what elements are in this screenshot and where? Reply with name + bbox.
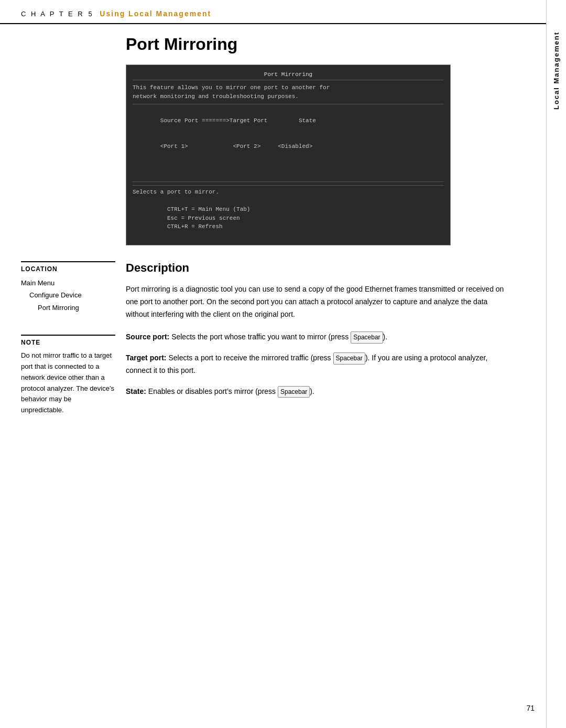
target-port-text-content: Selects a port to receive the mirrored t… (168, 354, 331, 362)
main-content: Port Mirroring Port Mirroring This featu… (0, 24, 546, 437)
note-text: Do not mirror traffic to a target port t… (21, 350, 115, 416)
terminal-hint: Selects a port to mirror. (133, 188, 444, 197)
right-sidebar: Local Management (546, 0, 566, 728)
description-title: Description (126, 261, 504, 275)
definition-state: State: Enables or disables port’s mirror… (126, 386, 504, 398)
source-port-term: Source port: (126, 333, 169, 341)
chapter-number: 5 (88, 10, 93, 18)
description-content: Description Port mirroring is a diagnost… (126, 261, 504, 416)
description-para: Port mirroring is a diagnostic tool you … (126, 283, 504, 320)
terminal-col-headers: Source Port =======>Target Port State (133, 108, 444, 134)
definition-target-port: Target port: Selects a port to receive t… (126, 352, 504, 377)
source-port-key: Spacebar (351, 331, 383, 343)
state-text-content: Enables or disables port’s mirror (press (148, 387, 276, 395)
terminal-desc2: network monitoring and troubleshooting p… (133, 92, 444, 101)
location-item-0: Main Menu (21, 277, 115, 289)
location-items: Main Menu Configure Device Port Mirrorin… (21, 277, 115, 314)
target-port-term: Target port: (126, 354, 167, 362)
state-term: State: (126, 387, 146, 395)
terminal-desc1: This feature allows you to mirror one po… (133, 83, 444, 92)
note-block: NOTE Do not mirror traffic to a target p… (21, 335, 115, 416)
definition-source-port: Source port: Selects the port whose traf… (126, 331, 504, 344)
source-port-suffix: ). (383, 333, 388, 341)
source-port-text-content: Selects the port whose traffic you want … (171, 333, 349, 341)
terminal-title: Port Mirroring (133, 69, 444, 80)
terminal-box: Port Mirroring This feature allows you t… (126, 65, 451, 245)
left-sidebar-content: LOCATION Main Menu Configure Device Port… (21, 261, 126, 416)
sidebar-label: Local Management (552, 31, 560, 110)
page-header: C H A P T E R 5 Using Local Management (0, 0, 566, 24)
location-block: LOCATION Main Menu Configure Device Port… (21, 261, 115, 314)
chapter-title: Using Local Management (100, 9, 211, 18)
target-port-key: Spacebar (333, 352, 365, 364)
page-number: 71 (526, 704, 535, 712)
state-key: Spacebar (278, 386, 310, 398)
location-item-1: Configure Device (29, 289, 115, 301)
chapter-prefix: C H A P T E R (21, 10, 84, 18)
state-suffix: ). (310, 387, 314, 395)
location-item-2: Port Mirroring (38, 302, 115, 314)
note-label: NOTE (21, 335, 115, 346)
terminal-shortcuts: CTRL+T = Main Menu (Tab) Esc = Previous … (133, 197, 444, 240)
location-label: LOCATION (21, 261, 115, 273)
page-title: Port Mirroring (126, 35, 504, 54)
description-section: LOCATION Main Menu Configure Device Port… (21, 261, 504, 416)
terminal-col-values: <Port 1> <Port 2> <Disabled> (133, 134, 444, 160)
